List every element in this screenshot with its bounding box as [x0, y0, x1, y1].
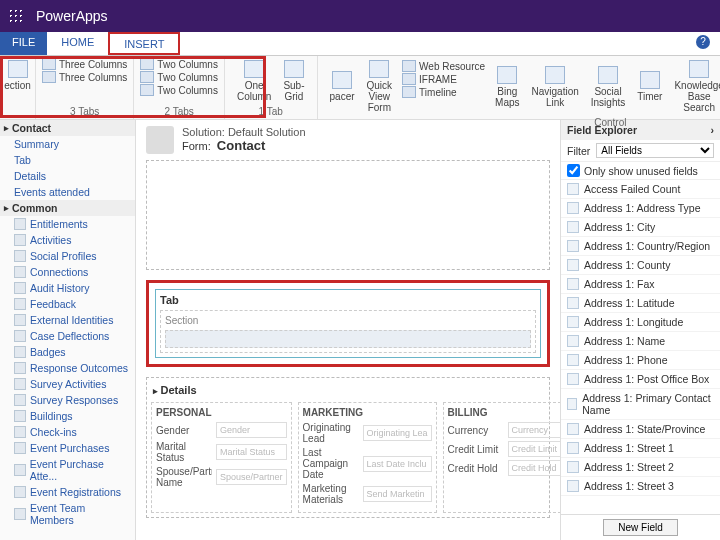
rib-two-cols-1[interactable]: Two Columns [140, 58, 218, 70]
field-item[interactable]: Address 1: Post Office Box [561, 370, 720, 389]
new-tab-container[interactable]: Tab Section [155, 289, 541, 358]
leftnav-item[interactable]: Check-ins [0, 424, 135, 440]
details-tab[interactable]: ▸ Details PERSONAL GenderGenderMarital S… [146, 377, 550, 518]
field-item[interactable]: Address 1: Phone [561, 351, 720, 370]
leftnav-item[interactable]: Feedback [0, 296, 135, 312]
leftnav-item[interactable]: Event Purchase Atte... [0, 456, 135, 484]
rib-kbsearch[interactable]: Knowledge Base Search [668, 58, 720, 115]
field-item[interactable]: Address 1: Longitude [561, 313, 720, 332]
field-item[interactable]: Address 1: Primary Contact Name [561, 389, 720, 420]
rib-social[interactable]: Social Insights [585, 58, 631, 115]
form-field-row[interactable]: Originating LeadOriginating Lea [303, 422, 432, 444]
rib-timeline[interactable]: Timeline [402, 86, 485, 98]
menu-file[interactable]: FILE [0, 32, 47, 55]
col-header-personal: PERSONAL [156, 407, 287, 418]
leftnav-item[interactable]: Case Deflections [0, 328, 135, 344]
field-item[interactable]: Address 1: Latitude [561, 294, 720, 313]
details-tab-title[interactable]: ▸ Details [151, 382, 545, 398]
details-col-billing[interactable]: BILLING CurrencyCurrencyCredit LimitCred… [443, 402, 560, 513]
leftnav-item[interactable]: Details [0, 168, 135, 184]
leftnav-contact-header[interactable]: Contact [0, 120, 135, 136]
leftnav-item[interactable]: Activities [0, 232, 135, 248]
form-canvas[interactable]: Solution: Default Solution Form: Contact… [136, 120, 560, 540]
field-item[interactable]: Address 1: Street 2 [561, 458, 720, 477]
field-item[interactable]: Address 1: Fax [561, 275, 720, 294]
leftnav-item[interactable]: Event Purchases [0, 440, 135, 456]
only-unused-checkbox[interactable] [567, 164, 580, 177]
form-field-row[interactable]: Marketing MaterialsSend Marketin [303, 483, 432, 505]
leftnav-item[interactable]: Response Outcomes [0, 360, 135, 376]
rib-quickview[interactable]: Quick View Form [361, 58, 399, 115]
help-icon[interactable]: ? [696, 35, 710, 49]
field-item[interactable]: Address 1: Country/Region [561, 237, 720, 256]
ribbon: ection Three Columns Three Columns 3 Tab… [0, 56, 720, 120]
leftnav-item[interactable]: Survey Responses [0, 392, 135, 408]
field-item[interactable]: Address 1: Name [561, 332, 720, 351]
rib-timer[interactable]: Timer [631, 58, 668, 115]
rib-three-cols-2[interactable]: Three Columns [42, 71, 127, 83]
section-field-placeholder[interactable] [165, 330, 531, 348]
rib-section[interactable]: ection [6, 58, 29, 93]
leftnav-item[interactable]: Badges [0, 344, 135, 360]
leftnav-item[interactable]: Event Registrations [0, 484, 135, 500]
leftnav-item[interactable]: Events attended [0, 184, 135, 200]
rib-one-col[interactable]: One Column [231, 58, 277, 104]
only-unused-label: Only show unused fields [584, 165, 698, 177]
leftnav-item[interactable]: Summary [0, 136, 135, 152]
leftnav-item[interactable]: Connections [0, 264, 135, 280]
new-section[interactable]: Section [160, 310, 536, 353]
rib-two-cols-3[interactable]: Two Columns [140, 84, 218, 96]
rib-spacer[interactable]: pacer [324, 58, 361, 115]
leftnav-item[interactable]: Social Profiles [0, 248, 135, 264]
form-field-row[interactable]: Credit HoldCredit Hold [448, 460, 560, 476]
menu-insert[interactable]: INSERT [108, 32, 180, 55]
left-nav[interactable]: Contact SummaryTabDetailsEvents attended… [0, 120, 136, 540]
form-field-row[interactable]: GenderGender [156, 422, 287, 438]
field-item[interactable]: Address 1: Street 3 [561, 477, 720, 496]
form-label: Form: [182, 140, 211, 152]
form-name: Contact [217, 138, 265, 153]
highlight-new-tab: Tab Section [146, 280, 550, 367]
leftnav-item[interactable]: External Identities [0, 312, 135, 328]
leftnav-item[interactable]: Buildings [0, 408, 135, 424]
new-field-button[interactable]: New Field [603, 519, 677, 536]
form-field-row[interactable]: Spouse/Partner NameSpouse/Partner [156, 466, 287, 488]
form-field-row[interactable]: CurrencyCurrency [448, 422, 560, 438]
rib-navlink[interactable]: Navigation Link [526, 58, 585, 115]
leftnav-item[interactable]: Survey Activities [0, 376, 135, 392]
field-item[interactable]: Address 1: State/Province [561, 420, 720, 439]
form-field-row[interactable]: Credit LimitCredit Limit [448, 441, 560, 457]
leftnav-item[interactable]: Entitlements [0, 216, 135, 232]
rib-subgrid[interactable]: Sub-Grid [277, 58, 310, 104]
field-item[interactable]: Address 1: Street 1 [561, 439, 720, 458]
leftnav-item[interactable]: Tab [0, 152, 135, 168]
new-tab-title[interactable]: Tab [160, 294, 536, 306]
rib-three-cols-1[interactable]: Three Columns [42, 58, 127, 70]
menu-home[interactable]: HOME [47, 32, 108, 55]
solution-label: Solution: [182, 126, 225, 138]
filter-select[interactable]: All Fields [596, 143, 714, 158]
form-field-row[interactable]: Marital StatusMarital Status [156, 441, 287, 463]
filter-label: Filter [567, 145, 590, 157]
field-item[interactable]: Address 1: County [561, 256, 720, 275]
leftnav-item[interactable]: Audit History [0, 280, 135, 296]
field-list[interactable]: Access Failed CountAddress 1: Address Ty… [561, 180, 720, 514]
field-item[interactable]: Address 1: City [561, 218, 720, 237]
rib-foot-1tab: 1 Tab [231, 106, 311, 117]
details-col-marketing[interactable]: MARKETING Originating LeadOriginating Le… [298, 402, 437, 513]
summary-tab-placeholder[interactable] [146, 160, 550, 270]
rib-webresource[interactable]: Web Resource [402, 60, 485, 72]
brand-label: PowerApps [36, 8, 108, 24]
field-item[interactable]: Address 1: Address Type [561, 199, 720, 218]
rib-foot-3tabs: 3 Tabs [42, 106, 127, 117]
rib-bingmaps[interactable]: Bing Maps [489, 58, 525, 115]
field-item[interactable]: Access Failed Count [561, 180, 720, 199]
form-field-row[interactable]: Last Campaign DateLast Date Inclu [303, 447, 432, 480]
details-col-personal[interactable]: PERSONAL GenderGenderMarital StatusMarit… [151, 402, 292, 513]
leftnav-common-header[interactable]: Common [0, 200, 135, 216]
app-launcher-icon[interactable] [8, 8, 24, 24]
leftnav-item[interactable]: Event Team Members [0, 500, 135, 528]
col-header-billing: BILLING [448, 407, 560, 418]
rib-two-cols-2[interactable]: Two Columns [140, 71, 218, 83]
rib-iframe[interactable]: IFRAME [402, 73, 485, 85]
